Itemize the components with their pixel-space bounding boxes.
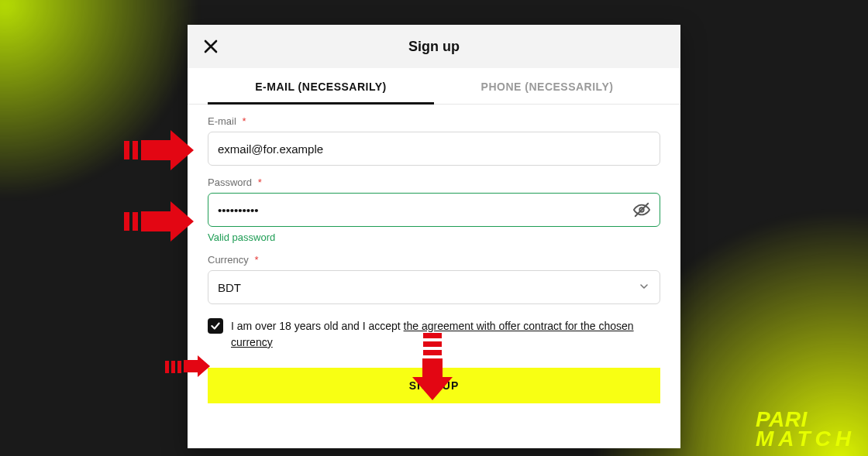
chevron-down-icon xyxy=(638,280,650,295)
required-mark: * xyxy=(258,177,262,188)
signup-form: E-mail * Password * Valid password xyxy=(188,105,680,403)
consent-text: I am over 18 years old and I accept the … xyxy=(231,318,660,351)
brand-logo: PARI MATCH xyxy=(756,410,856,448)
signup-modal: Sign up E-MAIL (NECESSARILY) PHONE (NECE… xyxy=(188,25,680,448)
password-label: Password * xyxy=(208,177,660,188)
email-label-text: E-mail xyxy=(208,115,236,127)
currency-label-text: Currency xyxy=(208,254,249,266)
currency-label: Currency * xyxy=(208,254,660,266)
tab-phone[interactable]: PHONE (NECESSARILY) xyxy=(434,68,660,104)
password-input-wrap xyxy=(208,193,660,227)
currency-field-group: Currency * BDT xyxy=(208,254,660,304)
email-field-group: E-mail * xyxy=(208,115,660,166)
age-consent-checkbox[interactable] xyxy=(208,318,223,334)
signup-tabs: E-MAIL (NECESSARILY) PHONE (NECESSARILY) xyxy=(188,68,680,105)
eye-off-icon xyxy=(633,201,650,218)
password-input[interactable] xyxy=(208,193,660,227)
required-mark: * xyxy=(242,115,246,127)
password-field-group: Password * Valid password xyxy=(208,177,660,243)
tab-email[interactable]: E-MAIL (NECESSARILY) xyxy=(208,68,434,104)
signup-submit-button[interactable]: SIGN UP xyxy=(208,368,660,403)
password-valid-hint: Valid password xyxy=(208,231,660,243)
check-icon xyxy=(210,321,221,331)
modal-title: Sign up xyxy=(408,39,460,55)
required-mark: * xyxy=(254,254,258,266)
close-icon xyxy=(204,39,218,53)
annotation-arrow-email xyxy=(124,130,194,170)
email-label: E-mail * xyxy=(208,115,660,127)
toggle-password-visibility-button[interactable] xyxy=(629,197,654,222)
close-button[interactable] xyxy=(202,37,220,56)
currency-value: BDT xyxy=(218,281,241,294)
app-background: PARI MATCH Sign up E-MAIL (NECESSARILY) … xyxy=(0,0,868,456)
consent-prefix: I am over 18 years old and I accept xyxy=(231,320,404,332)
consent-row: I am over 18 years old and I accept the … xyxy=(208,318,660,351)
email-input[interactable] xyxy=(208,132,660,166)
brand-logo-line2: MATCH xyxy=(756,429,856,448)
annotation-arrow-password xyxy=(124,201,194,242)
password-label-text: Password xyxy=(208,177,252,188)
currency-select[interactable]: BDT xyxy=(208,270,660,304)
modal-header: Sign up xyxy=(188,25,680,68)
